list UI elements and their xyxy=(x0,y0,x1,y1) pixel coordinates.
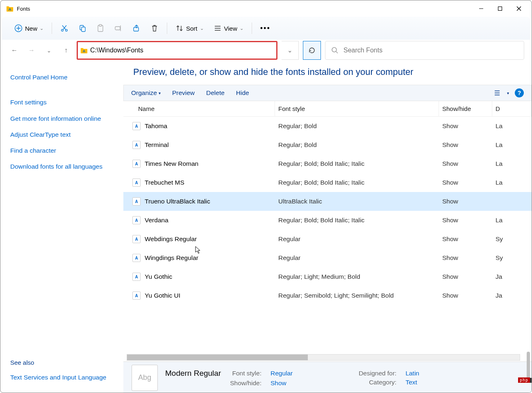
font-file-icon: A xyxy=(132,178,141,187)
close-button[interactable] xyxy=(509,2,528,15)
details-designed-label: Designed for: xyxy=(359,370,396,377)
chevron-down-icon: ⌄ xyxy=(40,26,43,31)
font-row[interactable]: AVerdana Regular; Bold; Bold Italic; Ita… xyxy=(123,211,532,230)
scrollbar-thumb[interactable] xyxy=(527,352,530,380)
horizontal-scrollbar[interactable] xyxy=(127,354,520,361)
help-icon[interactable]: ? xyxy=(515,88,524,97)
svg-text:A: A xyxy=(8,7,11,11)
refresh-button[interactable] xyxy=(303,41,321,60)
font-style: UltraBlack Italic xyxy=(275,198,439,205)
address-bar[interactable]: A xyxy=(77,41,277,60)
sidebar-see-also-text-services[interactable]: Text Services and Input Language xyxy=(10,373,114,382)
font-row[interactable]: ATrueno UltraBlack Italic UltraBlack Ita… xyxy=(123,192,532,211)
svg-point-8 xyxy=(61,29,64,32)
search-input[interactable] xyxy=(343,47,518,54)
header-font-style[interactable]: Font style xyxy=(275,101,439,116)
search-box[interactable] xyxy=(325,41,524,60)
new-button[interactable]: New ⌄ xyxy=(9,22,48,35)
font-row[interactable]: ATahoma Regular; Bold Show La xyxy=(123,117,532,136)
font-style: Regular; Bold; Bold Italic; Italic xyxy=(275,179,439,186)
details-category-value: Text xyxy=(405,379,419,386)
header-show-hide[interactable]: Show/hide xyxy=(439,101,492,116)
font-file-icon: A xyxy=(132,216,141,224)
svg-rect-2 xyxy=(498,7,502,11)
font-name: Yu Gothic xyxy=(145,273,172,280)
layout-menu-icon[interactable] xyxy=(494,89,501,97)
sidebar-item-more-info[interactable]: Get more font information online xyxy=(10,114,114,123)
font-preview-icon: Abg xyxy=(132,365,158,391)
details-style-value: Regular xyxy=(271,370,293,377)
hide-font-button[interactable]: Hide xyxy=(236,89,249,97)
svg-rect-15 xyxy=(99,25,102,26)
chevron-down-icon: ⌄ xyxy=(200,26,204,31)
font-style: Regular; Semibold; Light; Semilight; Bol… xyxy=(275,292,439,299)
back-button[interactable]: ← xyxy=(8,44,21,57)
titlebar: A Fonts xyxy=(0,0,532,17)
font-style: Regular; Bold; Bold Italic; Italic xyxy=(275,217,439,224)
font-show: Show xyxy=(439,198,492,205)
font-row[interactable]: ATimes New Roman Regular; Bold; Bold Ita… xyxy=(123,154,532,173)
copy-button[interactable] xyxy=(73,22,91,35)
font-style: Regular; Bold xyxy=(275,141,439,149)
see-also-label: See also xyxy=(10,359,114,366)
forward-button[interactable]: → xyxy=(25,44,38,57)
preview-button[interactable]: Preview xyxy=(172,89,195,97)
font-file-icon: A xyxy=(132,122,141,130)
view-label: View xyxy=(224,25,237,32)
vertical-scrollbar[interactable] xyxy=(524,143,530,388)
font-show: Show xyxy=(439,292,492,299)
font-file-icon: A xyxy=(132,273,141,281)
cut-button[interactable] xyxy=(55,22,73,35)
font-name: Webdings Regular xyxy=(145,235,197,243)
font-row[interactable]: AYu Gothic UI Regular; Semibold; Light; … xyxy=(123,286,532,305)
separator xyxy=(167,23,167,34)
sort-button[interactable]: Sort ⌄ xyxy=(171,22,209,35)
font-style: Regular; Bold xyxy=(275,122,439,130)
sidebar-item-font-settings[interactable]: Font settings xyxy=(10,97,114,107)
font-name: Yu Gothic UI xyxy=(145,292,180,299)
separator xyxy=(52,23,52,34)
more-button[interactable]: ••• xyxy=(255,22,275,35)
details-category-label: Category: xyxy=(359,379,396,386)
sidebar-item-cleartype[interactable]: Adjust ClearType text xyxy=(10,130,114,139)
minimize-button[interactable] xyxy=(472,2,491,15)
maximize-button[interactable] xyxy=(491,2,509,15)
delete-font-button[interactable]: Delete xyxy=(206,89,225,97)
svg-point-23 xyxy=(332,47,336,52)
font-row[interactable]: AYu Gothic Regular; Light; Medium; Bold … xyxy=(123,267,532,286)
view-button[interactable]: View ⌄ xyxy=(209,22,248,35)
font-file-icon: A xyxy=(132,254,141,262)
details-style-label: Font style: xyxy=(230,370,261,377)
font-row[interactable]: AWingdings Regular Regular Show Sy xyxy=(123,248,532,267)
font-row[interactable]: ATrebuchet MS Regular; Bold; Bold Italic… xyxy=(123,173,532,192)
sidebar-item-download-fonts[interactable]: Download fonts for all languages xyxy=(10,162,114,171)
rename-button[interactable] xyxy=(109,22,127,35)
delete-button[interactable] xyxy=(146,22,164,35)
scrollbar-thumb[interactable] xyxy=(127,355,308,360)
organize-button[interactable]: Organize ▾ xyxy=(131,89,161,97)
font-row[interactable]: ATerminal Regular; Bold Show La xyxy=(123,136,532,154)
details-title: Modern Regular xyxy=(165,369,221,378)
address-history-button[interactable]: ⌄ xyxy=(282,41,299,60)
up-button[interactable]: ↑ xyxy=(59,44,73,57)
chevron-down-icon[interactable]: ▾ xyxy=(507,91,509,95)
font-name: Wingdings Regular xyxy=(145,254,198,262)
search-icon xyxy=(331,47,339,54)
paste-button[interactable] xyxy=(91,22,109,35)
chevron-down-icon: ▾ xyxy=(159,91,161,95)
font-show: Show xyxy=(439,160,492,167)
details-pane: Abg Modern Regular Font style: Regular S… xyxy=(123,361,532,393)
svg-text:A: A xyxy=(83,49,86,53)
address-input[interactable] xyxy=(90,47,274,54)
sidebar-home[interactable]: Control Panel Home xyxy=(10,72,114,82)
header-name[interactable]: Name xyxy=(123,101,275,116)
recent-chevron-down-icon[interactable]: ⌄ xyxy=(42,44,55,57)
font-row[interactable]: AWebdings Regular Regular Show Sy xyxy=(123,230,532,248)
column-headers[interactable]: Name Font style Show/hide D xyxy=(123,101,532,117)
sidebar: Control Panel Home Font settings Get mor… xyxy=(0,61,123,393)
sidebar-item-find-char[interactable]: Find a character xyxy=(10,146,114,155)
fonts-folder-icon: A xyxy=(6,5,14,12)
header-designed[interactable]: D xyxy=(492,101,532,116)
share-button[interactable] xyxy=(127,22,146,35)
watermark: php xyxy=(518,377,530,383)
